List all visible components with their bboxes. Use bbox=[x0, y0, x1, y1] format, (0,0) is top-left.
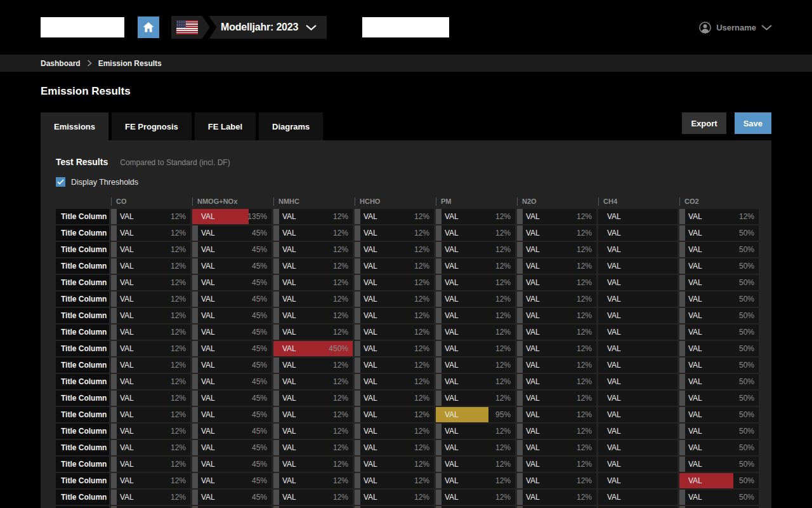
result-cell: VAL12% bbox=[517, 258, 596, 274]
row-marker bbox=[355, 440, 360, 455]
row-marker bbox=[517, 225, 523, 241]
cell-value: VAL bbox=[201, 457, 215, 472]
row-marker bbox=[192, 457, 198, 472]
cell-percent: 50% bbox=[739, 374, 754, 389]
result-cell: VAL45% bbox=[192, 473, 272, 488]
threshold-bar bbox=[679, 473, 733, 488]
result-cell: VAL bbox=[598, 358, 678, 373]
cell-value: VAL bbox=[363, 391, 377, 406]
breadcrumb-item[interactable]: Emission Results bbox=[98, 59, 162, 68]
tab-fe-label[interactable]: FE Label bbox=[195, 112, 256, 140]
row-marker bbox=[436, 209, 442, 224]
result-cell: VAL50% bbox=[679, 358, 759, 373]
cell-percent: 12% bbox=[333, 391, 348, 406]
separator-chevron-icon bbox=[202, 16, 217, 39]
row-marker bbox=[111, 275, 117, 290]
result-cell: VAL50% bbox=[679, 407, 759, 422]
result-cell: VAL12% bbox=[111, 407, 190, 422]
row-marker bbox=[517, 391, 523, 406]
breadcrumb-item[interactable]: Dashboard bbox=[41, 59, 81, 68]
table-body: Title ColumnVAL12%VAL135%VAL12%VAL12%VAL… bbox=[56, 209, 771, 508]
result-cell: VAL50% bbox=[679, 242, 759, 257]
cell-value: VAL bbox=[607, 308, 621, 323]
cell-percent: 45% bbox=[252, 490, 267, 505]
cell-percent: 12% bbox=[171, 308, 186, 323]
row-marker bbox=[111, 473, 117, 488]
cell-percent: 12% bbox=[495, 358, 511, 373]
row-marker bbox=[355, 424, 360, 439]
cell-value: VAL bbox=[363, 308, 377, 323]
result-cell: VAL bbox=[598, 209, 678, 224]
check-icon bbox=[57, 179, 64, 185]
cell-value: VAL bbox=[607, 374, 621, 389]
table-row: Title ColumnVAL12%VAL45%VAL12%VAL12%VAL1… bbox=[56, 275, 771, 290]
section-header: Test Results Compared to Standard (incl.… bbox=[56, 157, 771, 167]
user-menu[interactable]: Username bbox=[699, 0, 772, 55]
cell-value: VAL bbox=[526, 457, 540, 472]
cell-value: VAL bbox=[526, 209, 540, 224]
row-marker bbox=[679, 407, 685, 422]
row-marker bbox=[436, 358, 442, 373]
row-marker bbox=[192, 440, 198, 455]
cell-percent: 50% bbox=[739, 391, 754, 406]
cell-percent: 12% bbox=[171, 291, 186, 307]
cell-percent: 50% bbox=[739, 457, 754, 472]
cell-value: VAL bbox=[526, 391, 540, 406]
cell-value: VAL bbox=[688, 391, 702, 406]
cell-percent: 12% bbox=[333, 258, 348, 274]
result-cell: VAL12% bbox=[111, 358, 190, 373]
row-marker bbox=[679, 490, 685, 505]
row-marker bbox=[273, 209, 279, 224]
tab-diagrams[interactable]: Diagrams bbox=[259, 112, 323, 140]
cell-percent: 12% bbox=[577, 473, 592, 488]
cell-percent: 12% bbox=[495, 258, 511, 274]
cell-percent: 50% bbox=[739, 291, 754, 307]
result-cell: VAL12% bbox=[355, 258, 434, 274]
result-cell: VAL45% bbox=[192, 225, 272, 241]
result-cell: VAL12% bbox=[355, 324, 434, 340]
result-cell: VAL12% bbox=[273, 490, 353, 505]
cell-percent: 12% bbox=[577, 407, 592, 422]
cell-percent: 50% bbox=[739, 258, 754, 274]
result-cell: VAL12% bbox=[436, 391, 515, 406]
column-header: PM bbox=[436, 197, 515, 206]
result-cell: VAL50% bbox=[679, 225, 759, 241]
result-cell: VAL12% bbox=[355, 291, 434, 307]
cell-value: VAL bbox=[526, 358, 540, 373]
result-cell: VAL12% bbox=[111, 291, 190, 307]
save-button[interactable]: Save bbox=[735, 112, 771, 134]
result-cell: VAL12% bbox=[273, 440, 353, 455]
cell-value: VAL bbox=[120, 242, 134, 257]
tab-emissions[interactable]: Emissions bbox=[41, 112, 108, 140]
cell-percent: 12% bbox=[495, 374, 511, 389]
result-cell: VAL45% bbox=[192, 291, 272, 307]
cell-percent: 12% bbox=[414, 457, 429, 472]
row-title-cell: Title Column bbox=[56, 374, 109, 389]
result-cell: VAL bbox=[598, 473, 678, 488]
cell-value: VAL bbox=[363, 209, 377, 224]
cell-value: VAL bbox=[120, 308, 134, 323]
cell-value: VAL bbox=[526, 258, 540, 274]
cell-percent: 50% bbox=[739, 407, 754, 422]
model-year-selector[interactable]: Modelljahr: 2023 bbox=[171, 16, 327, 39]
cell-percent: 12% bbox=[414, 374, 429, 389]
export-button[interactable]: Export bbox=[682, 112, 726, 134]
cell-value: VAL bbox=[688, 358, 702, 373]
result-cell: VAL12% bbox=[436, 209, 515, 224]
cell-value: VAL bbox=[526, 242, 540, 257]
row-marker bbox=[436, 374, 442, 389]
row-marker bbox=[273, 391, 279, 406]
display-thresholds-toggle[interactable]: Display Thresholds bbox=[56, 177, 771, 187]
tab-fe-prognosis[interactable]: FE Prognosis bbox=[112, 112, 192, 140]
home-button[interactable] bbox=[138, 17, 159, 38]
cell-value: VAL bbox=[120, 225, 134, 241]
cell-value: VAL bbox=[201, 291, 215, 307]
result-cell: VAL12% bbox=[517, 490, 596, 505]
tab-bar: EmissionsFE PrognosisFE LabelDiagrams Ex… bbox=[41, 112, 771, 140]
table-row: Title ColumnVAL12%VAL45%VAL12%VAL12%VAL1… bbox=[56, 324, 771, 340]
cell-percent: 12% bbox=[414, 258, 429, 274]
result-cell: VAL135% bbox=[192, 209, 272, 224]
cell-value: VAL bbox=[282, 473, 296, 488]
thresholds-checkbox[interactable] bbox=[56, 177, 65, 187]
result-cell: VAL450% bbox=[273, 341, 353, 356]
